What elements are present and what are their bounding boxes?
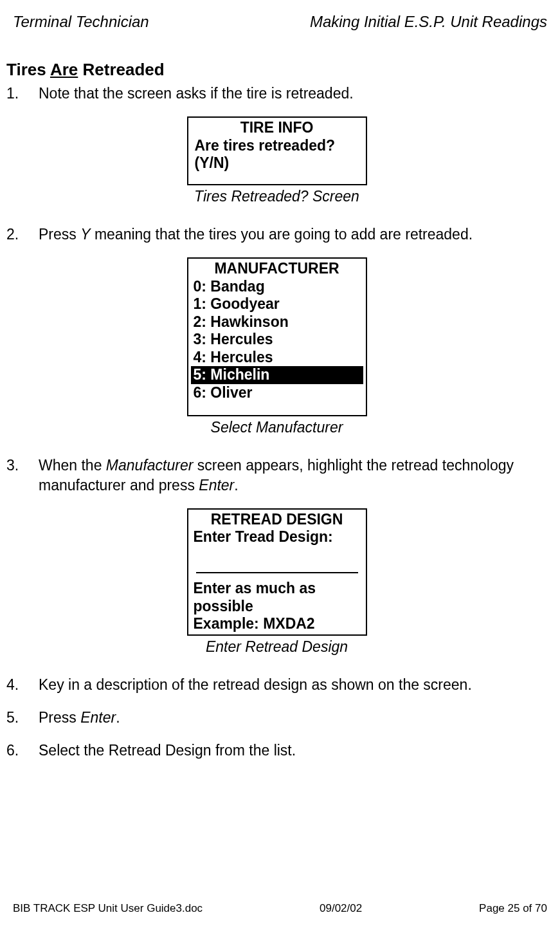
section-title-post: Retreaded: [78, 60, 164, 79]
step-2-num: 2.: [6, 225, 39, 245]
step-5-pre: Press: [39, 709, 80, 726]
header-left: Terminal Technician: [13, 13, 149, 31]
step-6: 6. Select the Retread Design from the li…: [6, 741, 547, 761]
screen-tire-info-wrap: TIRE INFO Are tires retreaded? (Y/N) Tir…: [6, 116, 547, 207]
step-5-text: Press Enter.: [39, 708, 547, 728]
screen-retread-design-hint1: Enter as much as: [188, 580, 366, 598]
screen-retread-design-hint3: Example: MXDA2: [188, 615, 366, 633]
screen-tire-info-line2: (Y/N): [188, 154, 366, 172]
document-page: Terminal Technician Making Initial E.S.P…: [0, 0, 560, 933]
step-1-num: 1.: [6, 84, 39, 104]
screen-manufacturer-caption: Select Manufacturer: [211, 418, 343, 438]
step-5-ital: Enter: [80, 709, 116, 726]
screen-tire-info-caption: Tires Retreaded? Screen: [194, 187, 359, 207]
screen-tire-info: TIRE INFO Are tires retreaded? (Y/N): [187, 116, 367, 185]
step-2-mid: meaning: [91, 226, 152, 243]
screen-manufacturer: MANUFACTURER 0: Bandag 1: Goodyear 2: Ha…: [187, 257, 367, 416]
step-2-key: Y: [80, 226, 90, 243]
header-right: Making Initial E.S.P. Unit Readings: [310, 13, 547, 31]
step-3: 3. When the Manufacturer screen appears,…: [6, 456, 547, 495]
manufacturer-opt-0: 0: Bandag: [188, 278, 366, 296]
step-2-post: that the tires you are going to add are …: [151, 226, 473, 243]
screen-manufacturer-title: MANUFACTURER: [188, 259, 366, 278]
screen-retread-design-title: RETREAD DESIGN: [188, 511, 366, 529]
step-3-ital1: Manufacturer: [106, 457, 194, 474]
section-title-pre: Tires: [6, 60, 50, 79]
manufacturer-opt-5-selected: 5: Michelin: [191, 366, 363, 384]
footer-center: 09/02/02: [320, 902, 362, 915]
screen-retread-design-hint2: possible: [188, 598, 366, 616]
manufacturer-opt-1: 1: Goodyear: [188, 295, 366, 313]
section-title: Tires Are Retreaded: [6, 60, 165, 80]
screen-tire-info-title: TIRE INFO: [188, 119, 366, 137]
footer-left: BIB TRACK ESP Unit User Guide3.doc: [13, 902, 203, 915]
step-3-pre: When the: [39, 457, 106, 474]
step-4-num: 4.: [6, 675, 39, 695]
step-1-text: Note that the screen asks if the tire is…: [39, 84, 547, 104]
step-6-num: 6.: [6, 741, 39, 761]
step-2-text: Press Y meaning that the tires you are g…: [39, 225, 547, 245]
document-body: 1. Note that the screen asks if the tire…: [6, 82, 547, 773]
screen-retread-design-prompt: Enter Tread Design:: [188, 528, 366, 546]
section-title-underlined: Are: [50, 60, 78, 79]
step-3-ital2: Enter: [199, 477, 234, 494]
step-5: 5. Press Enter.: [6, 708, 547, 728]
footer-right: Page 25 of 70: [479, 902, 547, 915]
manufacturer-opt-4: 4: Hercules: [188, 349, 366, 367]
step-3-text: When the Manufacturer screen appears, hi…: [39, 456, 547, 495]
screen-retread-design-wrap: RETREAD DESIGN Enter Tread Design: Enter…: [6, 508, 547, 657]
step-6-text: Select the Retread Design from the list.: [39, 741, 547, 761]
page-header: Terminal Technician Making Initial E.S.P…: [13, 13, 547, 31]
step-5-num: 5.: [6, 708, 39, 728]
manufacturer-opt-6: 6: Oliver: [188, 384, 366, 402]
step-2: 2. Press Y meaning that the tires you ar…: [6, 225, 547, 245]
screen-manufacturer-wrap: MANUFACTURER 0: Bandag 1: Goodyear 2: Ha…: [6, 257, 547, 438]
page-footer: BIB TRACK ESP Unit User Guide3.doc 09/02…: [13, 902, 547, 915]
step-4-text: Key in a description of the retread desi…: [39, 675, 547, 695]
step-2-pre: Press: [39, 226, 80, 243]
step-3-post: .: [234, 477, 238, 494]
step-5-post: .: [116, 709, 120, 726]
step-3-num: 3.: [6, 456, 39, 495]
screen-retread-design-input-line: [196, 560, 358, 573]
step-1: 1. Note that the screen asks if the tire…: [6, 84, 547, 104]
screen-tire-info-line1: Are tires retreaded?: [188, 137, 366, 155]
manufacturer-opt-3: 3: Hercules: [188, 331, 366, 349]
step-4: 4. Key in a description of the retread d…: [6, 675, 547, 695]
manufacturer-opt-2: 2: Hawkinson: [188, 313, 366, 331]
screen-retread-design-caption: Enter Retread Design: [206, 637, 348, 657]
screen-retread-design: RETREAD DESIGN Enter Tread Design: Enter…: [187, 508, 367, 636]
